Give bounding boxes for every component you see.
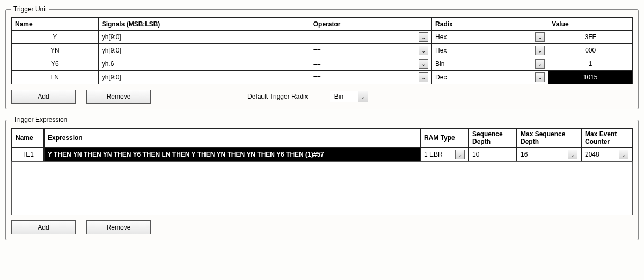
cell-max-event-counter[interactable]: 2048 ⌄	[581, 148, 632, 161]
radix-value: Dec	[435, 73, 447, 81]
cell-signals[interactable]: yh[9:0]	[98, 71, 310, 84]
cell-radix[interactable]: Dec ⌄	[432, 71, 548, 84]
default-radix-label: Default Trigger Radix	[247, 93, 308, 100]
trigger-unit-toolbar: Add Remove Default Trigger Radix Bin ⌄	[11, 90, 633, 104]
th-name: Name	[12, 18, 99, 31]
table-row: Y6 yh.6 == ⌄ Bin ⌄ 1	[12, 57, 633, 71]
expr-header-row: Name Expression RAM Type Sequence Depth …	[12, 128, 632, 148]
operator-value: ==	[313, 33, 321, 41]
cell-value[interactable]: 1015	[548, 71, 633, 84]
remove-button[interactable]: Remove	[86, 90, 151, 104]
trigger-expression-legend: Trigger Expression	[11, 116, 69, 123]
th-max-event-counter: Max Event Counter	[581, 128, 632, 148]
default-radix-select[interactable]: Bin ⌄	[330, 91, 368, 102]
trigger-expression-group: Trigger Expression Name Expression RAM T…	[5, 116, 639, 240]
chevron-down-icon[interactable]: ⌄	[358, 91, 368, 102]
cell-value[interactable]: 3FF	[548, 31, 633, 44]
add-button[interactable]: Add	[11, 90, 76, 104]
chevron-down-icon[interactable]: ⌄	[419, 46, 428, 55]
trigger-unit-header-row: Name Signals (MSB:LSB) Operator Radix Va…	[12, 18, 633, 31]
table-row: Y yh[9:0] == ⌄ Hex ⌄ 3FF	[12, 31, 633, 44]
operator-value: ==	[313, 60, 321, 68]
cell-signals[interactable]: yh[9:0]	[98, 31, 310, 44]
cell-radix[interactable]: Bin ⌄	[432, 57, 548, 71]
chevron-down-icon[interactable]: ⌄	[535, 46, 545, 55]
add-button[interactable]: Add	[11, 220, 76, 234]
trigger-expression-table: Name Expression RAM Type Sequence Depth …	[11, 128, 633, 162]
cell-ram-type[interactable]: 1 EBR ⌄	[420, 148, 469, 161]
trigger-unit-group: Trigger Unit Name Signals (MSB:LSB) Oper…	[5, 5, 639, 109]
trigger-unit-legend: Trigger Unit	[11, 5, 49, 13]
ram-type-value: 1 EBR	[424, 151, 443, 158]
default-radix-value: Bin	[330, 91, 358, 102]
radix-value: Hex	[435, 33, 447, 41]
cell-operator[interactable]: == ⌄	[310, 71, 431, 84]
th-max-seq-depth: Max Sequence Depth	[517, 128, 581, 148]
th-signals: Signals (MSB:LSB)	[98, 18, 310, 31]
cell-expr-name[interactable]: TE1	[12, 148, 44, 161]
cell-radix[interactable]: Hex ⌄	[432, 31, 548, 44]
cell-value[interactable]: 000	[548, 44, 633, 57]
cell-name[interactable]: Y6	[12, 57, 99, 71]
max-event-counter-value: 2048	[585, 151, 599, 158]
operator-value: ==	[313, 47, 321, 54]
max-seq-depth-value: 16	[521, 151, 528, 158]
cell-signals[interactable]: yh[9:0]	[98, 44, 310, 57]
cell-operator[interactable]: == ⌄	[310, 57, 431, 71]
th-expression: Expression	[44, 128, 420, 148]
th-operator: Operator	[310, 18, 431, 31]
cell-seq-depth[interactable]: 10	[469, 148, 517, 161]
table-row: LN yh[9:0] == ⌄ Dec ⌄ 1015	[12, 71, 633, 84]
chevron-down-icon[interactable]: ⌄	[535, 59, 545, 69]
th-value: Value	[548, 18, 633, 31]
trigger-expression-toolbar: Add Remove	[11, 220, 633, 234]
cell-expression[interactable]: Y THEN YN THEN YN THEN Y6 THEN LN THEN Y…	[44, 148, 420, 161]
cell-operator[interactable]: == ⌄	[310, 44, 431, 57]
table-row: YN yh[9:0] == ⌄ Hex ⌄ 000	[12, 44, 633, 57]
remove-button[interactable]: Remove	[86, 220, 151, 234]
chevron-down-icon[interactable]: ⌄	[419, 59, 428, 69]
th-radix: Radix	[432, 18, 548, 31]
cell-signals[interactable]: yh.6	[98, 57, 310, 71]
table-row: TE1 Y THEN YN THEN YN THEN Y6 THEN LN TH…	[12, 148, 632, 161]
chevron-down-icon[interactable]: ⌄	[419, 72, 428, 82]
chevron-down-icon[interactable]: ⌄	[619, 150, 628, 159]
th-seq-depth: Sequence Depth	[469, 128, 517, 148]
expression-blank-area	[11, 161, 633, 215]
chevron-down-icon[interactable]: ⌄	[535, 32, 545, 42]
th-ram-type: RAM Type	[420, 128, 469, 148]
cell-name[interactable]: YN	[12, 44, 99, 57]
th-expr-name: Name	[12, 128, 44, 148]
operator-value: ==	[313, 73, 321, 81]
chevron-down-icon[interactable]: ⌄	[419, 32, 428, 42]
cell-value[interactable]: 1	[548, 57, 633, 71]
chevron-down-icon[interactable]: ⌄	[568, 150, 577, 159]
cell-name[interactable]: Y	[12, 31, 99, 44]
chevron-down-icon[interactable]: ⌄	[455, 150, 465, 159]
trigger-unit-table: Name Signals (MSB:LSB) Operator Radix Va…	[11, 17, 633, 84]
cell-name[interactable]: LN	[12, 71, 99, 84]
cell-max-seq-depth[interactable]: 16 ⌄	[517, 148, 581, 161]
radix-value: Bin	[435, 60, 444, 68]
cell-radix[interactable]: Hex ⌄	[432, 44, 548, 57]
radix-value: Hex	[435, 47, 447, 54]
cell-operator[interactable]: == ⌄	[310, 31, 431, 44]
chevron-down-icon[interactable]: ⌄	[535, 72, 545, 82]
